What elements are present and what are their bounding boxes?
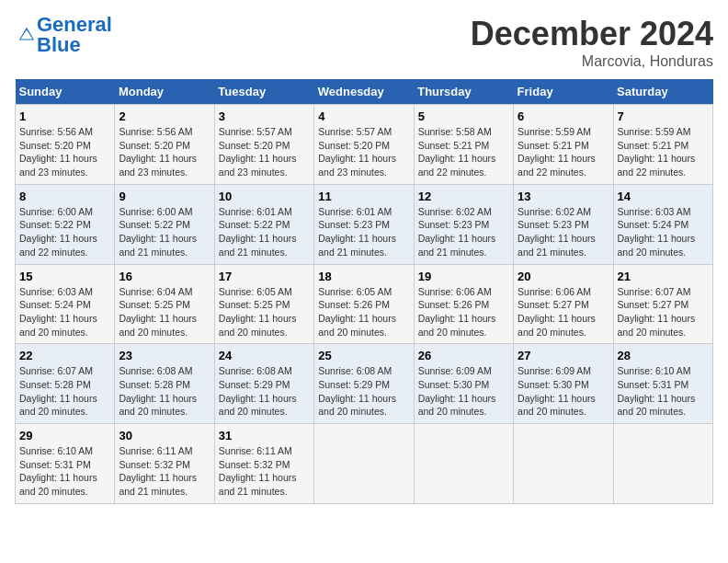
- calendar-cell: [314, 424, 414, 504]
- weekday-header-wednesday: Wednesday: [314, 79, 414, 105]
- day-number: 11: [318, 190, 409, 203]
- calendar-cell: 10 Sunrise: 6:01 AM Sunset: 5:22 PM Dayl…: [214, 184, 313, 264]
- day-info: Sunrise: 6:06 AM Sunset: 5:27 PM Dayligh…: [518, 285, 609, 339]
- weekday-header-thursday: Thursday: [414, 79, 513, 105]
- day-info: Sunrise: 6:05 AM Sunset: 5:26 PM Dayligh…: [318, 285, 409, 339]
- day-info: Sunrise: 6:08 AM Sunset: 5:28 PM Dayligh…: [119, 364, 210, 419]
- calendar-cell: 12 Sunrise: 6:02 AM Sunset: 5:23 PM Dayl…: [414, 184, 513, 264]
- calendar-cell: 22 Sunrise: 6:07 AM Sunset: 5:28 PM Dayl…: [16, 344, 115, 424]
- day-info: Sunrise: 6:01 AM Sunset: 5:23 PM Dayligh…: [318, 205, 409, 259]
- day-info: Sunrise: 5:57 AM Sunset: 5:20 PM Dayligh…: [219, 125, 310, 179]
- day-info: Sunrise: 5:58 AM Sunset: 5:21 PM Dayligh…: [418, 125, 509, 179]
- calendar-cell: [514, 424, 613, 504]
- day-info: Sunrise: 6:07 AM Sunset: 5:28 PM Dayligh…: [19, 364, 110, 419]
- logo: General Blue: [15, 15, 112, 55]
- calendar-cell: [414, 424, 513, 504]
- day-number: 10: [219, 190, 310, 203]
- calendar-cell: 2 Sunrise: 5:56 AM Sunset: 5:20 PM Dayli…: [115, 105, 214, 185]
- day-number: 26: [418, 349, 509, 362]
- calendar-cell: 21 Sunrise: 6:07 AM Sunset: 5:27 PM Dayl…: [613, 264, 712, 344]
- day-info: Sunrise: 6:00 AM Sunset: 5:22 PM Dayligh…: [119, 205, 210, 259]
- day-info: Sunrise: 5:56 AM Sunset: 5:20 PM Dayligh…: [119, 125, 210, 179]
- day-number: 27: [518, 349, 609, 362]
- day-number: 12: [418, 190, 509, 203]
- calendar-cell: 17 Sunrise: 6:05 AM Sunset: 5:25 PM Dayl…: [214, 264, 313, 344]
- day-number: 25: [318, 349, 409, 362]
- calendar-cell: 9 Sunrise: 6:00 AM Sunset: 5:22 PM Dayli…: [115, 184, 214, 264]
- day-number: 15: [19, 270, 110, 283]
- weekday-header-tuesday: Tuesday: [214, 79, 313, 105]
- weekday-header-saturday: Saturday: [613, 79, 712, 105]
- calendar-cell: 13 Sunrise: 6:02 AM Sunset: 5:23 PM Dayl…: [514, 184, 613, 264]
- location: Marcovia, Honduras: [471, 53, 713, 70]
- day-info: Sunrise: 6:00 AM Sunset: 5:22 PM Dayligh…: [19, 205, 110, 259]
- page-header: General Blue December 2024 Marcovia, Hon…: [15, 15, 713, 70]
- title-block: December 2024 Marcovia, Honduras: [471, 15, 713, 70]
- day-number: 29: [19, 429, 110, 442]
- calendar-cell: 3 Sunrise: 5:57 AM Sunset: 5:20 PM Dayli…: [214, 105, 313, 185]
- calendar-cell: 30 Sunrise: 6:11 AM Sunset: 5:32 PM Dayl…: [115, 424, 214, 504]
- week-row-2: 8 Sunrise: 6:00 AM Sunset: 5:22 PM Dayli…: [16, 184, 713, 264]
- day-info: Sunrise: 6:11 AM Sunset: 5:32 PM Dayligh…: [119, 444, 210, 499]
- day-info: Sunrise: 6:10 AM Sunset: 5:31 PM Dayligh…: [19, 444, 110, 499]
- day-number: 8: [19, 190, 110, 203]
- calendar-cell: 19 Sunrise: 6:06 AM Sunset: 5:26 PM Dayl…: [414, 264, 513, 344]
- day-info: Sunrise: 6:03 AM Sunset: 5:24 PM Dayligh…: [19, 285, 110, 339]
- calendar-cell: 23 Sunrise: 6:08 AM Sunset: 5:28 PM Dayl…: [115, 344, 214, 424]
- day-number: 3: [219, 109, 310, 123]
- day-number: 18: [318, 270, 409, 283]
- calendar-cell: 8 Sunrise: 6:00 AM Sunset: 5:22 PM Dayli…: [16, 184, 115, 264]
- day-number: 7: [618, 109, 709, 123]
- calendar-cell: 4 Sunrise: 5:57 AM Sunset: 5:20 PM Dayli…: [314, 105, 414, 185]
- day-info: Sunrise: 6:08 AM Sunset: 5:29 PM Dayligh…: [219, 364, 310, 419]
- day-number: 14: [618, 190, 709, 203]
- calendar-cell: 28 Sunrise: 6:10 AM Sunset: 5:31 PM Dayl…: [613, 344, 712, 424]
- calendar-cell: 26 Sunrise: 6:09 AM Sunset: 5:30 PM Dayl…: [414, 344, 513, 424]
- day-info: Sunrise: 6:03 AM Sunset: 5:24 PM Dayligh…: [618, 205, 709, 259]
- day-number: 1: [19, 109, 110, 123]
- day-info: Sunrise: 5:57 AM Sunset: 5:20 PM Dayligh…: [318, 125, 409, 179]
- calendar-cell: 5 Sunrise: 5:58 AM Sunset: 5:21 PM Dayli…: [414, 105, 513, 185]
- week-row-4: 22 Sunrise: 6:07 AM Sunset: 5:28 PM Dayl…: [16, 344, 713, 424]
- day-number: 30: [119, 429, 210, 442]
- day-info: Sunrise: 6:01 AM Sunset: 5:22 PM Dayligh…: [219, 205, 310, 259]
- day-info: Sunrise: 6:06 AM Sunset: 5:26 PM Dayligh…: [418, 285, 509, 339]
- day-info: Sunrise: 6:05 AM Sunset: 5:25 PM Dayligh…: [219, 285, 310, 339]
- day-info: Sunrise: 5:59 AM Sunset: 5:21 PM Dayligh…: [618, 125, 709, 179]
- weekday-header-sunday: Sunday: [16, 79, 115, 105]
- day-number: 9: [119, 190, 210, 203]
- week-row-3: 15 Sunrise: 6:03 AM Sunset: 5:24 PM Dayl…: [16, 264, 713, 344]
- calendar-cell: [613, 424, 712, 504]
- day-info: Sunrise: 6:07 AM Sunset: 5:27 PM Dayligh…: [618, 285, 709, 339]
- day-number: 17: [219, 270, 310, 283]
- weekday-header-friday: Friday: [514, 79, 613, 105]
- day-info: Sunrise: 6:09 AM Sunset: 5:30 PM Dayligh…: [518, 364, 609, 419]
- day-info: Sunrise: 6:08 AM Sunset: 5:29 PM Dayligh…: [318, 364, 409, 419]
- calendar-cell: 6 Sunrise: 5:59 AM Sunset: 5:21 PM Dayli…: [514, 105, 613, 185]
- day-info: Sunrise: 6:04 AM Sunset: 5:25 PM Dayligh…: [119, 285, 210, 339]
- week-row-5: 29 Sunrise: 6:10 AM Sunset: 5:31 PM Dayl…: [16, 424, 713, 504]
- calendar-table: SundayMondayTuesdayWednesdayThursdayFrid…: [15, 79, 713, 504]
- calendar-cell: 25 Sunrise: 6:08 AM Sunset: 5:29 PM Dayl…: [314, 344, 414, 424]
- day-number: 6: [518, 109, 609, 123]
- day-number: 13: [518, 190, 609, 203]
- day-number: 22: [19, 349, 110, 362]
- calendar-cell: 20 Sunrise: 6:06 AM Sunset: 5:27 PM Dayl…: [514, 264, 613, 344]
- weekday-header-monday: Monday: [115, 79, 214, 105]
- logo-line1: General: [37, 15, 112, 35]
- day-info: Sunrise: 6:02 AM Sunset: 5:23 PM Dayligh…: [518, 205, 609, 259]
- calendar-cell: 16 Sunrise: 6:04 AM Sunset: 5:25 PM Dayl…: [115, 264, 214, 344]
- day-number: 2: [119, 109, 210, 123]
- day-info: Sunrise: 5:59 AM Sunset: 5:21 PM Dayligh…: [518, 125, 609, 179]
- day-number: 21: [618, 270, 709, 283]
- day-number: 16: [119, 270, 210, 283]
- calendar-cell: 1 Sunrise: 5:56 AM Sunset: 5:20 PM Dayli…: [16, 105, 115, 185]
- calendar-cell: 14 Sunrise: 6:03 AM Sunset: 5:24 PM Dayl…: [613, 184, 712, 264]
- calendar-cell: 31 Sunrise: 6:11 AM Sunset: 5:32 PM Dayl…: [214, 424, 313, 504]
- week-row-1: 1 Sunrise: 5:56 AM Sunset: 5:20 PM Dayli…: [16, 105, 713, 185]
- day-info: Sunrise: 6:09 AM Sunset: 5:30 PM Dayligh…: [418, 364, 509, 419]
- day-number: 31: [219, 429, 310, 442]
- day-info: Sunrise: 6:02 AM Sunset: 5:23 PM Dayligh…: [418, 205, 509, 259]
- day-number: 19: [418, 270, 509, 283]
- logo-icon: [17, 25, 37, 45]
